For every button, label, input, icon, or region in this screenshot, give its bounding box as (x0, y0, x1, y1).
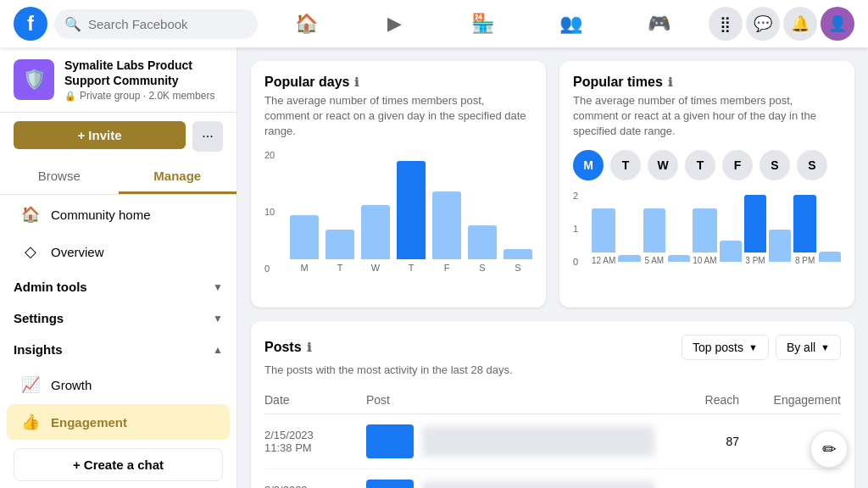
search-bar[interactable]: 🔍 (54, 9, 258, 39)
engagement-icon: 👍 (20, 413, 41, 431)
more-options-button[interactable]: ··· (192, 121, 223, 152)
bar-thu (397, 161, 426, 259)
top-posts-filter[interactable]: Top posts ▼ (682, 335, 769, 360)
sidebar-item-growth[interactable]: 📈 Growth (7, 367, 230, 402)
day-btn-sun[interactable]: S (797, 150, 827, 180)
gaming-nav-btn[interactable]: 🎮 (618, 3, 699, 44)
sidebar-item-overview[interactable]: ◇ Overview (7, 234, 230, 269)
posts-table-header: Date Post Reach Engagement (264, 386, 841, 414)
home-icon: 🏠 (20, 205, 41, 224)
tab-browse[interactable]: Browse (0, 160, 119, 194)
create-chat-button[interactable]: + Create a chat (14, 448, 223, 481)
by-all-filter[interactable]: By all ▼ (776, 335, 841, 360)
time-bar-10am: 10 AM (693, 208, 716, 265)
col-header-engagement: Engagement (739, 393, 841, 407)
overview-icon: ◇ (20, 242, 41, 261)
day-btn-wed[interactable]: W (648, 150, 678, 180)
post-date-2: 3/2/2023 8:12 AM (264, 484, 366, 488)
time-bar-1am (618, 255, 640, 265)
bar-group-sat: S (468, 225, 497, 273)
posts-title: Posts ℹ (264, 340, 311, 355)
apps-icon-btn[interactable]: ⣿ (709, 7, 743, 41)
video-nav-btn[interactable]: ▶ (353, 3, 435, 44)
settings-section[interactable]: Settings ▼ (0, 302, 236, 334)
post-thumbnail-1[interactable] (366, 424, 414, 458)
main-layout: 🛡️ Symalite Labs Product Support Communi… (0, 47, 868, 488)
charts-row: Popular days ℹ The average number of tim… (251, 61, 854, 308)
user-avatar[interactable]: 👤 (821, 7, 854, 41)
popular-times-info-icon[interactable]: ℹ (668, 75, 672, 89)
posts-subtitle: The posts with the most activity in the … (264, 363, 841, 376)
day-btn-sat[interactable]: S (760, 150, 790, 180)
post-thumbnail-2[interactable] (366, 480, 414, 488)
lock-icon: 🔒 (64, 91, 76, 102)
time-bar-5am: 5 AM (643, 208, 665, 265)
bar-group-wed: W (361, 205, 390, 273)
bar-group-sun: S (504, 249, 532, 273)
popular-times-bars: 12 AM 5 AM (592, 191, 841, 265)
main-content: Popular days ℹ The average number of tim… (237, 47, 868, 488)
search-icon: 🔍 (64, 16, 81, 32)
popular-days-subtitle: The average number of times members post… (264, 93, 532, 140)
messenger-icon-btn[interactable]: 💬 (746, 7, 780, 41)
popular-days-title: Popular days ℹ (264, 75, 532, 90)
bar-sun (504, 249, 532, 259)
growth-label: Growth (51, 378, 92, 392)
groups-nav-btn[interactable]: 👥 (530, 3, 611, 44)
home-nav-btn[interactable]: 🏠 (265, 3, 347, 44)
nav-center-icons: 🏠 ▶ 🏪 👥 🎮 (265, 3, 699, 44)
insights-chevron: ▲ (213, 344, 223, 356)
sidebar-navigation: 🏠 Community home ◇ Overview Admin tools … (0, 195, 236, 441)
bar-group-tue: T (326, 230, 354, 273)
community-home-label: Community home (51, 208, 151, 222)
day-btn-thu[interactable]: T (685, 150, 715, 180)
day-btn-mon[interactable]: M (573, 150, 604, 180)
compose-fab[interactable]: ✏ (810, 430, 848, 468)
sidebar: 🛡️ Symalite Labs Product Support Communi… (0, 47, 237, 488)
bar-wed (361, 205, 390, 259)
popular-times-subtitle: The average number of times members post… (573, 93, 841, 140)
group-avatar: 🛡️ (14, 59, 54, 100)
bar-group-thu: T (397, 161, 426, 273)
invite-button[interactable]: + Invite (14, 121, 186, 149)
search-input[interactable] (88, 17, 241, 31)
table-row: 3/2/2023 8:12 AM 45 14 (264, 469, 841, 488)
sidebar-tabs: Browse Manage (0, 160, 236, 195)
time-bar-8pm: 8 PM (793, 195, 815, 265)
popular-days-bars: M T W T (290, 150, 532, 273)
post-date-1: 2/15/2023 11:38 PM (264, 429, 366, 454)
insights-section[interactable]: Insights ▲ (0, 334, 236, 365)
growth-icon: 📈 (20, 375, 41, 394)
tab-manage[interactable]: Manage (119, 160, 237, 194)
sidebar-item-community-home[interactable]: 🏠 Community home (7, 197, 230, 232)
day-buttons: M T W T F S S (573, 150, 841, 180)
col-header-post: Post (366, 393, 654, 407)
invite-area: + Invite ··· (0, 113, 236, 160)
notifications-icon-btn[interactable]: 🔔 (783, 7, 817, 41)
settings-chevron: ▼ (213, 313, 223, 324)
bar-tue (326, 230, 354, 259)
time-bar-10pm (819, 252, 841, 265)
popular-days-card: Popular days ℹ The average number of tim… (251, 61, 546, 308)
day-btn-tue[interactable]: T (610, 150, 641, 180)
post-reach-1: 87 (654, 435, 739, 448)
sidebar-item-engagement[interactable]: 👍 Engagement (7, 404, 230, 440)
admin-tools-section[interactable]: Admin tools ▼ (0, 271, 236, 302)
group-meta: 🔒 Private group · 2.0K members (64, 90, 223, 102)
marketplace-nav-btn[interactable]: 🏪 (442, 3, 523, 44)
facebook-logo[interactable]: f (14, 7, 47, 41)
time-bar-8am (668, 255, 690, 265)
by-all-chevron: ▼ (821, 342, 830, 352)
posts-info-icon[interactable]: ℹ (307, 341, 311, 354)
day-btn-fri[interactable]: F (722, 150, 753, 180)
bar-fri (432, 191, 461, 259)
invite-btn-wrap: + Invite (14, 121, 186, 152)
popular-days-chart-container: 20 10 0 M T (264, 150, 532, 294)
post-text-2 (422, 481, 654, 488)
group-name: Symalite Labs Product Support Community (64, 58, 223, 88)
post-text-1 (422, 426, 654, 457)
posts-card: Posts ℹ Top posts ▼ By all ▼ The posts w… (251, 321, 854, 488)
admin-tools-chevron: ▼ (213, 281, 223, 293)
bar-group-fri: F (432, 191, 461, 273)
popular-days-info-icon[interactable]: ℹ (354, 75, 359, 89)
